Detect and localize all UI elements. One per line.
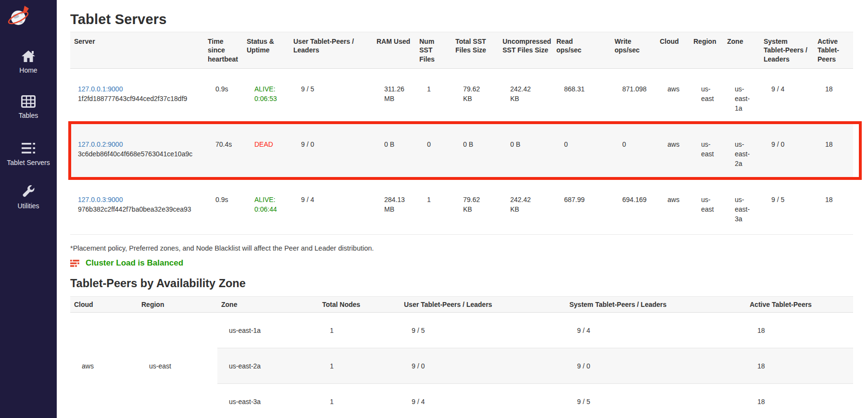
cell-system-peers: 9 / 0 — [566, 348, 746, 384]
cell-user-peers: 9 / 0 — [400, 348, 566, 384]
col-system-peers: System Tablet-Peers / Leaders — [760, 32, 814, 69]
cell-status-uptime: DEAD — [243, 124, 289, 179]
cell-active-peers: 18 — [814, 69, 853, 124]
server-row: 127.0.0.3:9000 976b382c2ff442f7ba0bea32e… — [70, 179, 853, 235]
sidebar-item-tables[interactable]: Tables — [0, 94, 57, 119]
col-region: Region — [138, 297, 217, 313]
yugabyte-planet-logo[interactable] — [6, 4, 32, 30]
cell-write-ops: 0 — [611, 124, 656, 179]
cell-heartbeat: 0.9s — [204, 69, 243, 124]
sidebar-item-home[interactable]: Home — [0, 49, 57, 74]
col-uncompressed-sst: Uncompressed SST Files Size — [499, 32, 553, 69]
cell-system-peers: 9 / 4 — [566, 313, 746, 348]
col-write-ops: Write ops/sec — [611, 32, 656, 69]
uptime-value: 0:06:53 — [254, 94, 286, 104]
zones-table: Cloud Region Zone Total Nodes User Table… — [70, 296, 853, 418]
load-balance-icon — [70, 260, 79, 267]
cell-zone: us-east-2a — [723, 124, 760, 179]
server-address-link[interactable]: 127.0.0.2:9000 — [78, 140, 123, 150]
cell-ram-used: 311.26 MB — [373, 69, 415, 124]
col-num-sst: Num SST Files — [415, 32, 452, 69]
cell-zone: us-east-3a — [217, 384, 318, 418]
main-content: Tablet Servers Server Time since heartbe… — [57, 0, 868, 418]
zones-section-title: Tablet-Peers by Availability Zone — [70, 277, 868, 290]
cell-active-peers: 18 — [746, 384, 853, 418]
cell-system-peers: 9 / 5 — [760, 179, 814, 235]
cell-user-peers: 9 / 4 — [289, 179, 373, 235]
col-heartbeat: Time since heartbeat — [204, 32, 243, 69]
col-status-uptime: Status & Uptime — [243, 32, 289, 69]
cell-num-sst: 1 — [415, 69, 452, 124]
planet-logo-icon — [6, 4, 32, 30]
server-row-dead: 127.0.0.2:9000 3c6deb86f40c4f668e5763041… — [70, 124, 853, 179]
cell-write-ops: 871.098 — [611, 69, 656, 124]
cell-system-peers: 9 / 0 — [760, 124, 814, 179]
status-label: DEAD — [254, 140, 286, 150]
col-cloud: Cloud — [70, 297, 138, 313]
cell-total-sst: 79.62 KB — [452, 69, 499, 124]
cell-zone: us-east-3a — [723, 179, 760, 235]
col-user-peers: User Tablet-Peers / Leaders — [400, 297, 566, 313]
cell-uncompressed-sst: 0 B — [499, 124, 553, 179]
sidebar: Home Tables Tablet Servers — [0, 0, 57, 418]
server-uuid: 976b382c2ff442f7ba0bea32e39cea93 — [78, 205, 191, 213]
sidebar-item-label: Home — [19, 66, 37, 74]
cell-total-sst: 0 B — [452, 124, 499, 179]
col-region: Region — [690, 32, 723, 69]
cell-server: 127.0.0.2:9000 3c6deb86f40c4f668e5763041… — [70, 124, 204, 179]
sidebar-item-label: Tablet Servers — [7, 159, 50, 166]
col-zone: Zone — [723, 32, 760, 69]
tablet-servers-icon — [21, 141, 36, 156]
cell-status-uptime: ALIVE: 0:06:53 — [243, 69, 289, 124]
utilities-icon — [22, 185, 35, 199]
cell-read-ops: 687.99 — [553, 179, 611, 235]
uptime-value: 0:06:44 — [254, 205, 286, 215]
sidebar-item-tablet-servers[interactable]: Tablet Servers — [0, 141, 57, 166]
cell-active-peers: 18 — [746, 348, 853, 384]
server-uuid: 1f2fd188777643cf944ced2f37c18df9 — [78, 95, 187, 102]
col-total-sst: Total SST Files Size — [452, 32, 499, 69]
server-address-link[interactable]: 127.0.0.3:9000 — [78, 195, 123, 205]
cell-status-uptime: ALIVE: 0:06:44 — [243, 179, 289, 235]
cell-num-sst: 0 — [415, 124, 452, 179]
cell-server: 127.0.0.3:9000 976b382c2ff442f7ba0bea32e… — [70, 179, 204, 235]
cell-zone: us-east-1a — [217, 313, 318, 348]
cluster-load-status: Cluster Load is Balanced — [70, 258, 868, 268]
sidebar-item-utilities[interactable]: Utilities — [0, 185, 57, 210]
col-ram-used: RAM Used — [373, 32, 415, 69]
cell-num-sst: 1 — [415, 179, 452, 235]
tables-icon — [21, 94, 36, 109]
col-user-peers: User Tablet-Peers / Leaders — [289, 32, 373, 69]
cell-cloud: aws — [656, 124, 690, 179]
cell-active-peers: 18 — [814, 179, 853, 235]
cell-total-nodes: 1 — [318, 313, 400, 348]
servers-header-row: Server Time since heartbeat Status & Upt… — [70, 32, 853, 69]
cell-server: 127.0.0.1:9000 1f2fd188777643cf944ced2f3… — [70, 69, 204, 124]
cell-uncompressed-sst: 242.42 KB — [499, 69, 553, 124]
cell-zone: us-east-2a — [217, 348, 318, 384]
col-cloud: Cloud — [656, 32, 690, 69]
cell-region: us-east — [690, 179, 723, 235]
cell-uncompressed-sst: 242.42 KB — [499, 179, 553, 235]
col-active-peers: Active Tablet-Peers — [746, 297, 853, 313]
cell-user-peers: 9 / 0 — [289, 124, 373, 179]
cell-cloud: aws — [656, 179, 690, 235]
cell-user-peers: 9 / 4 — [400, 384, 566, 418]
zone-row: aws us-east us-east-1a 1 9 / 5 9 / 4 18 — [70, 313, 853, 348]
cell-active-peers: 18 — [746, 313, 853, 348]
cell-cloud: aws — [656, 69, 690, 124]
cell-write-ops: 694.169 — [611, 179, 656, 235]
cell-system-peers: 9 / 5 — [566, 384, 746, 418]
server-address-link[interactable]: 127.0.0.1:9000 — [78, 85, 123, 94]
col-read-ops: Read ops/sec — [553, 32, 611, 69]
placement-policy-footnote: *Placement policy, Preferred zones, and … — [70, 244, 868, 252]
server-uuid: 3c6deb86f40c4f668e5763041ce10a9c — [78, 150, 192, 158]
status-label: ALIVE: — [254, 85, 286, 94]
col-zone: Zone — [217, 297, 318, 313]
cell-user-peers: 9 / 5 — [400, 313, 566, 348]
cell-user-peers: 9 / 5 — [289, 69, 373, 124]
cell-heartbeat: 70.4s — [204, 124, 243, 179]
col-server: Server — [70, 32, 204, 69]
cell-total-nodes: 1 — [318, 384, 400, 418]
col-total-nodes: Total Nodes — [318, 297, 400, 313]
